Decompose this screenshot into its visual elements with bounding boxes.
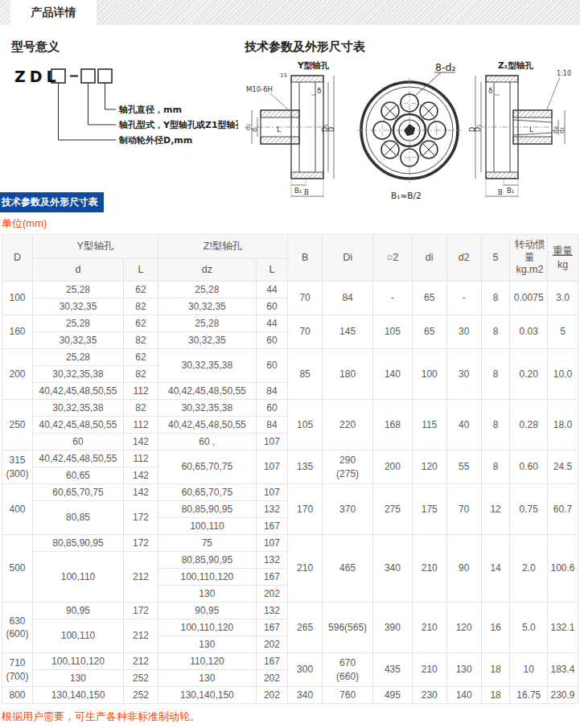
table-cell: 230 (412, 687, 446, 704)
table-cell: 82 (124, 298, 158, 315)
unit-note: 单位(mm) (2, 216, 580, 231)
spec-table-body: 10025,286225,28447084-65-80.00753.030,32… (2, 282, 578, 704)
table-cell: 30 (446, 349, 481, 400)
technical-drawing: Y型轴孔 d₁ d L D₁ D M10-6H (245, 60, 577, 201)
table-cell: 112 (124, 450, 158, 467)
col-header-d: d (32, 259, 123, 282)
table-cell: 800 (2, 687, 33, 704)
table-cell: 30,32,35 (32, 332, 123, 349)
dim-D-y: D (328, 127, 335, 132)
table-cell: - (373, 282, 413, 315)
table-cell: 60 (256, 400, 287, 417)
table-cell: 202 (256, 636, 287, 653)
dim-8-d2: 8-d₂ (435, 61, 455, 73)
model-meaning-block: 型号意义 ZDL 轴孔直径，mm 轴孔型式，Y型轴孔或Z1型轴孔 制动轮外径D,… (11, 36, 245, 191)
table-cell: 90 (446, 535, 481, 603)
table-cell: 60 , (158, 434, 257, 450)
table-cell: 130 (158, 636, 257, 653)
table-cell: 24.5 (547, 450, 578, 484)
table-cell: 167 (256, 619, 287, 636)
table-cell: 200 (373, 450, 413, 484)
table-cell: 25,28 (158, 315, 257, 332)
col-header-z-group: Z!型轴孔 (158, 235, 288, 259)
spec-table: D Y型轴孔 Z!型轴孔 B Di ○2 di d2 5 转动惯量 kg.m2 … (2, 234, 578, 704)
tab-strip: 产品详情 (0, 0, 580, 25)
table-cell: 80,85 (32, 501, 123, 535)
table-cell: 30,32,35 (158, 298, 257, 315)
table-cell: 140 (373, 349, 413, 400)
dim-L-y: L (277, 125, 281, 134)
table-cell: 3.0 (547, 282, 578, 315)
table-cell: 25,28 (32, 282, 123, 298)
table-cell: 170 (288, 484, 323, 535)
table-cell: 210 (412, 653, 446, 687)
y-view-title: Y型轴孔 (297, 60, 330, 70)
tab-product-details[interactable]: 产品详情 (10, 0, 97, 25)
table-row: 40060,65,70,7514260,65,70,75107170370275… (2, 484, 578, 501)
table-cell: 82 (124, 366, 158, 383)
table-cell: 370 (323, 484, 373, 535)
table-cell: 210 (288, 535, 323, 603)
table-cell: 112 (124, 417, 158, 434)
table-cell: 132 (256, 603, 287, 619)
section-bar-title: 技术参数及外形尺寸表 (0, 192, 104, 212)
table-cell: 0.0075 (510, 282, 548, 315)
table-cell: 60 (256, 349, 287, 383)
table-cell: 300 (288, 653, 323, 687)
table-row: 710 (700)100,110,120212110,120167300670 … (2, 653, 578, 670)
table-cell: 60,65,70,75 (32, 484, 123, 501)
table-cell: 172 (124, 535, 158, 552)
table-cell: 60 (256, 298, 287, 315)
table-cell: 252 (124, 670, 158, 687)
col-header-y-group: Y型轴孔 (32, 235, 158, 259)
label-bore-diameter: 轴孔直径，mm (118, 105, 182, 115)
col-header-S: 5 (481, 235, 510, 282)
table-cell: 60,65,70,75 (158, 450, 257, 484)
table-cell: 40 (446, 400, 481, 450)
table-cell: 100 (412, 349, 446, 400)
table-cell: 84 (256, 417, 287, 434)
table-cell: 70 (288, 282, 323, 315)
table-cell: 105 (373, 315, 413, 349)
table-cell: 100,110 (158, 518, 257, 535)
table-cell: 100 (2, 282, 33, 315)
table-row: 800130,140,150252130,140,150202340760495… (2, 687, 578, 704)
table-cell: 0.28 (510, 400, 548, 450)
table-cell: 167 (256, 518, 287, 535)
table-cell: 60 (32, 434, 123, 450)
table-cell: 132.1 (547, 603, 578, 653)
table-cell: 760 (323, 687, 373, 704)
label-outer-diameter: 制动轮外径D,mm (118, 135, 192, 146)
spec-table-head: D Y型轴孔 Z!型轴孔 B Di ○2 di d2 5 转动惯量 kg.m2 … (2, 235, 578, 282)
table-cell: 70 (446, 484, 481, 535)
table-cell: 44 (256, 315, 287, 332)
top-section: 型号意义 ZDL 轴孔直径，mm 轴孔型式，Y型轴孔或Z1型轴孔 制动轮外径D,… (0, 25, 580, 191)
table-row: 10025,286225,28447084-65-80.00753.0 (2, 282, 578, 298)
table-cell: 40,42,45,48,50,55 (158, 383, 257, 400)
table-cell: 142 (124, 484, 158, 501)
table-cell: 202 (256, 670, 287, 687)
table-cell: 25,28 (32, 349, 123, 366)
table-cell: 80,85,90,95 (158, 552, 257, 569)
table-cell: 275 (373, 484, 413, 535)
table-cell: 25,28 (32, 315, 123, 332)
table-cell: 160 (2, 315, 33, 349)
table-cell: 18.0 (547, 400, 578, 450)
table-cell: 75 (158, 535, 257, 552)
table-cell: 5 (547, 315, 578, 349)
table-cell: 100,110 (32, 619, 123, 653)
table-cell: 40,42,45,48,50,55 (32, 450, 123, 467)
table-cell: 30,32,35 (158, 332, 257, 349)
table-cell: 40,42,45,48,50,55 (32, 383, 123, 400)
table-cell: 100,110,120 (158, 619, 257, 636)
table-cell: 202 (256, 586, 287, 603)
table-cell: 115 (412, 400, 446, 450)
table-cell: 60.7 (547, 484, 578, 535)
table-cell: 107 (256, 535, 287, 552)
table-cell: 130 (158, 586, 257, 603)
table-cell: 140 (446, 687, 481, 704)
table-cell: 65 (412, 282, 446, 315)
col-header-zL: L (256, 259, 287, 282)
model-prefix: ZDL (14, 68, 60, 85)
table-cell: 175 (412, 484, 446, 535)
